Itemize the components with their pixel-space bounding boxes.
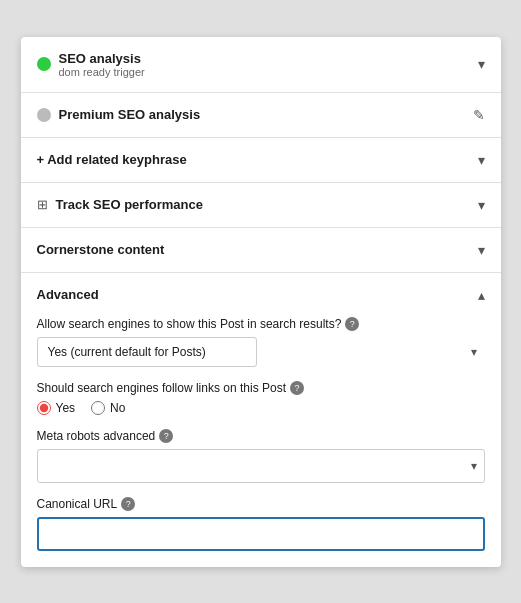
meta-robots-select[interactable] [37, 449, 485, 483]
track-seo-header-left: ⊞ Track SEO performance [37, 197, 203, 212]
cornerstone-header[interactable]: Cornerstone content ▾ [21, 228, 501, 272]
meta-robots-field: Meta robots advanced ? ▾ [37, 429, 485, 483]
search-visibility-field: Allow search engines to show this Post i… [37, 317, 485, 367]
search-visibility-label: Allow search engines to show this Post i… [37, 317, 485, 331]
follow-links-no-radio[interactable] [91, 401, 105, 415]
meta-robots-select-wrapper: ▾ [37, 449, 485, 483]
cornerstone-chevron: ▾ [478, 242, 485, 258]
advanced-chevron: ▴ [478, 287, 485, 303]
follow-links-label: Should search engines follow links on th… [37, 381, 485, 395]
follow-links-radio-group: Yes No [37, 401, 485, 415]
cornerstone-title: Cornerstone content [37, 242, 165, 257]
advanced-content: Allow search engines to show this Post i… [21, 317, 501, 567]
seo-status-dot [37, 57, 51, 71]
premium-seo-header[interactable]: Premium SEO analysis ✎ [21, 93, 501, 137]
search-visibility-select-arrow: ▾ [471, 345, 477, 359]
meta-robots-label: Meta robots advanced ? [37, 429, 485, 443]
canonical-url-help-icon[interactable]: ? [121, 497, 135, 511]
seo-analysis-header-left: SEO analysis dom ready trigger [37, 51, 145, 78]
search-visibility-help-icon[interactable]: ? [345, 317, 359, 331]
follow-links-yes-radio[interactable] [37, 401, 51, 415]
premium-seo-section: Premium SEO analysis ✎ [21, 93, 501, 138]
advanced-header[interactable]: Advanced ▴ [21, 273, 501, 317]
seo-analysis-chevron: ▾ [478, 56, 485, 72]
premium-seo-dot [37, 108, 51, 122]
add-keyphrase-section: + Add related keyphrase ▾ [21, 138, 501, 183]
add-keyphrase-chevron: ▾ [478, 152, 485, 168]
cornerstone-section: Cornerstone content ▾ [21, 228, 501, 273]
seo-panel: SEO analysis dom ready trigger ▾ Premium… [21, 37, 501, 567]
premium-seo-edit-icon[interactable]: ✎ [473, 107, 485, 123]
meta-robots-help-icon[interactable]: ? [159, 429, 173, 443]
add-keyphrase-title: + Add related keyphrase [37, 152, 187, 167]
follow-links-help-icon[interactable]: ? [290, 381, 304, 395]
seo-analysis-section: SEO analysis dom ready trigger ▾ [21, 37, 501, 93]
canonical-url-field: Canonical URL ? [37, 497, 485, 551]
search-visibility-select-wrapper: Yes (current default for Posts) No Yes ▾ [37, 337, 485, 367]
seo-title-block: SEO analysis dom ready trigger [59, 51, 145, 78]
track-seo-chevron: ▾ [478, 197, 485, 213]
canonical-url-label: Canonical URL ? [37, 497, 485, 511]
search-visibility-select[interactable]: Yes (current default for Posts) No Yes [37, 337, 257, 367]
follow-links-yes-label[interactable]: Yes [37, 401, 76, 415]
advanced-title: Advanced [37, 287, 99, 302]
follow-links-no-label[interactable]: No [91, 401, 125, 415]
track-seo-section: ⊞ Track SEO performance ▾ [21, 183, 501, 228]
advanced-section: Advanced ▴ Allow search engines to show … [21, 273, 501, 567]
follow-links-field: Should search engines follow links on th… [37, 381, 485, 415]
track-seo-icon: ⊞ [37, 197, 48, 212]
premium-seo-header-left: Premium SEO analysis [37, 107, 201, 122]
premium-seo-title: Premium SEO analysis [59, 107, 201, 122]
seo-analysis-subtitle: dom ready trigger [59, 66, 145, 78]
canonical-url-input[interactable] [37, 517, 485, 551]
seo-analysis-title: SEO analysis [59, 51, 145, 66]
seo-analysis-header[interactable]: SEO analysis dom ready trigger ▾ [21, 37, 501, 92]
add-keyphrase-header[interactable]: + Add related keyphrase ▾ [21, 138, 501, 182]
track-seo-title: Track SEO performance [56, 197, 203, 212]
track-seo-header[interactable]: ⊞ Track SEO performance ▾ [21, 183, 501, 227]
